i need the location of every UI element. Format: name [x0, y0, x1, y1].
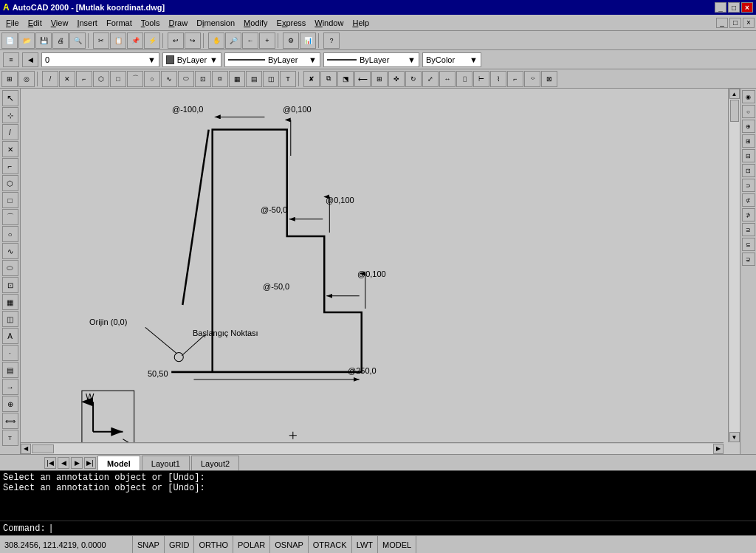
snap-btn[interactable]: ⊞ [1, 71, 18, 87]
select-btn[interactable]: ↖ [2, 90, 18, 106]
lwt-status[interactable]: LWT [352, 536, 378, 553]
gradient2-btn[interactable]: ▤ [2, 362, 18, 378]
r-btn-10[interactable]: ⊇ [742, 223, 755, 236]
scroll-thumb-v[interactable] [730, 100, 739, 122]
scroll-left-btn[interactable]: ◀ [21, 444, 31, 454]
cut-btn[interactable]: ✂ [93, 32, 109, 49]
layer-manager-btn[interactable]: ≡ [3, 52, 19, 67]
insert-btn[interactable]: ⊡ [195, 71, 211, 87]
layer-dropdown-arrow[interactable]: ▼ [148, 55, 156, 64]
polygon2-btn[interactable]: ⬡ [2, 175, 18, 191]
mtext-btn[interactable]: A [2, 328, 18, 344]
plotstyle-dropdown-arrow[interactable]: ▼ [470, 55, 478, 64]
extend-btn[interactable]: ⊢ [473, 71, 489, 87]
scroll-track-v[interactable] [729, 99, 740, 432]
menu-file[interactable]: File [1, 17, 24, 29]
tab-layout1[interactable]: Layout1 [142, 456, 190, 470]
r-btn-2[interactable]: ○ [742, 105, 755, 118]
osnap-btn[interactable]: ◎ [18, 71, 35, 87]
r-btn-6[interactable]: ⊡ [742, 164, 755, 177]
arc-btn[interactable]: ⌒ [127, 71, 143, 87]
fillet-btn[interactable]: ⌔ [524, 71, 540, 87]
minimize-button[interactable]: _ [715, 2, 726, 13]
line-btn[interactable]: / [42, 71, 58, 87]
line2-btn[interactable]: / [2, 124, 18, 140]
layer-prev-btn[interactable]: ◀ [22, 52, 38, 67]
menu-view[interactable]: View [47, 17, 73, 29]
maximize-button[interactable]: □ [728, 2, 740, 13]
pline2-btn[interactable]: ⌐ [2, 158, 18, 174]
paste-btn[interactable]: 📌 [127, 32, 143, 49]
matchprop-btn[interactable]: ⚡ [144, 32, 160, 49]
scroll-right-btn[interactable]: ▶ [713, 444, 724, 454]
vertical-scrollbar[interactable]: ▲ ▼ [728, 89, 740, 442]
polygon-btn[interactable]: ⬡ [93, 71, 109, 87]
otrack-status[interactable]: OTRACK [309, 536, 352, 553]
menu-draw[interactable]: Draw [164, 17, 192, 29]
tab-model[interactable]: Model [97, 456, 140, 470]
save-btn[interactable]: 💾 [35, 32, 52, 49]
inner-maximize-button[interactable]: □ [729, 18, 741, 28]
scroll-up-btn[interactable]: ▲ [729, 89, 740, 99]
scroll-thumb-h[interactable] [32, 444, 54, 453]
array-btn[interactable]: ⊞ [371, 71, 388, 87]
tab-nav-next[interactable]: ▶ [71, 457, 83, 469]
r-btn-4[interactable]: ⊞ [742, 134, 755, 148]
region-btn[interactable]: ◫ [263, 71, 279, 87]
preview-btn[interactable]: 🔍 [69, 32, 86, 49]
r-btn-12[interactable]: ⊋ [742, 253, 755, 266]
scroll-down-btn[interactable]: ▼ [729, 432, 740, 442]
undo-btn[interactable]: ↩ [168, 32, 184, 49]
tab-nav-first[interactable]: |◀ [44, 457, 56, 469]
arc2-btn[interactable]: ⌒ [2, 209, 18, 225]
pline-btn[interactable]: ⌐ [76, 71, 92, 87]
linetype-dropdown[interactable]: ByLayer ▼ [224, 52, 320, 67]
move-btn[interactable]: ✜ [388, 71, 405, 87]
hatch2-btn[interactable]: ▦ [2, 294, 18, 310]
color-dropdown[interactable]: ByLayer ▼ [162, 52, 221, 67]
xline2-btn[interactable]: ✕ [2, 141, 18, 157]
scroll-track-h[interactable] [31, 444, 713, 454]
menu-help[interactable]: Help [348, 17, 374, 29]
menu-window[interactable]: Window [310, 17, 348, 29]
erase-btn[interactable]: ✘ [303, 71, 320, 87]
model-status[interactable]: MODEL [378, 536, 416, 553]
gradient-btn[interactable]: ▤ [246, 71, 262, 87]
break-btn[interactable]: ⌇ [490, 71, 506, 87]
spline-btn[interactable]: ∿ [161, 71, 177, 87]
offset-btn[interactable]: ⟵ [354, 71, 371, 87]
polar-status[interactable]: POLAR [233, 536, 270, 553]
xline-btn[interactable]: ✕ [59, 71, 75, 87]
circle-btn[interactable]: ○ [144, 71, 160, 87]
rect2-btn[interactable]: □ [2, 192, 18, 208]
title-controls[interactable]: _ □ × [715, 2, 753, 13]
linetype-dropdown-arrow[interactable]: ▼ [309, 55, 317, 64]
menu-format[interactable]: Format [102, 17, 137, 29]
insert2-btn[interactable]: ⊡ [2, 277, 18, 293]
new-btn[interactable]: 📄 [1, 32, 18, 49]
zoom-realtime-btn[interactable]: + [259, 32, 275, 49]
lineweight-dropdown[interactable]: ByLayer ▼ [323, 52, 419, 67]
stretch-btn[interactable]: ↔ [439, 71, 456, 87]
redo-btn[interactable]: ↪ [185, 32, 201, 49]
tab-layout2[interactable]: Layout2 [191, 456, 239, 470]
mirror-btn[interactable]: ⬔ [337, 71, 354, 87]
leader-btn[interactable]: → [2, 379, 18, 395]
dimlinear-btn[interactable]: ⟺ [2, 413, 18, 429]
inner-close-button[interactable]: × [743, 18, 755, 28]
zoom-prev-btn[interactable]: ← [242, 32, 258, 49]
rect-btn[interactable]: □ [110, 71, 126, 87]
horizontal-scrollbar[interactable]: ◀ ▶ [21, 442, 724, 454]
print-btn[interactable]: 🖨 [52, 32, 69, 49]
scale-btn[interactable]: ⤢ [422, 71, 439, 87]
menu-insert[interactable]: Insert [72, 17, 102, 29]
menu-tools[interactable]: Tools [137, 17, 165, 29]
tolerance-btn[interactable]: ⊕ [2, 396, 18, 412]
chamfer-btn[interactable]: ⌐ [507, 71, 523, 87]
r-btn-11[interactable]: ⊆ [742, 238, 755, 251]
snap-status[interactable]: SNAP [133, 536, 165, 553]
tab-nav-last[interactable]: ▶| [84, 457, 96, 469]
grid-status[interactable]: GRID [165, 536, 195, 553]
inner-window-controls[interactable]: _ □ × [716, 18, 755, 28]
r-btn-5[interactable]: ⊟ [742, 149, 755, 162]
